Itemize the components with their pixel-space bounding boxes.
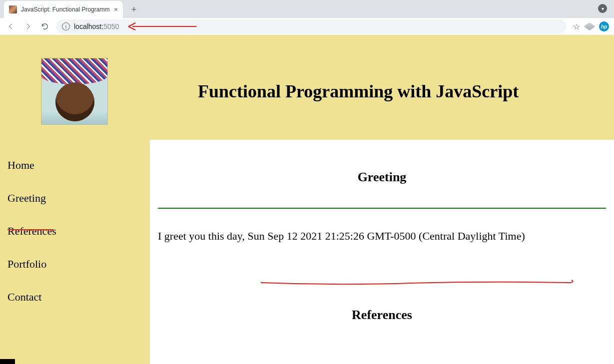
nav-link-contact[interactable]: Contact: [7, 291, 150, 304]
section-divider: [158, 208, 606, 209]
url-host: localhost:: [74, 22, 103, 30]
references-heading: References: [158, 308, 606, 323]
close-tab-icon[interactable]: ×: [114, 6, 118, 13]
page-header: Functional Programming with JavaScript: [0, 35, 614, 140]
nav-link-references[interactable]: References: [7, 225, 150, 238]
browser-tab[interactable]: JavaScript: Functional Programm ×: [4, 1, 123, 18]
main-content: Greeting I greet you this day, Sun Sep 1…: [150, 140, 614, 364]
nav-link-home[interactable]: Home: [7, 159, 150, 172]
nav-link-greeting[interactable]: Greeting: [7, 192, 150, 205]
greeting-heading: Greeting: [158, 170, 606, 185]
page-title: Functional Programming with JavaScript: [198, 81, 519, 102]
bookmark-star-icon[interactable]: ☆: [573, 22, 580, 31]
hp-icon[interactable]: hp: [599, 21, 609, 31]
forward-button[interactable]: [22, 20, 34, 32]
url-port: 5050: [103, 22, 119, 30]
new-tab-button[interactable]: +: [127, 2, 141, 16]
tab-favicon: [9, 5, 17, 13]
sidebar-nav: Home Greeting References Portfolio Conta…: [0, 140, 150, 364]
address-bar[interactable]: i localhost:5050: [56, 19, 566, 33]
back-button[interactable]: [5, 20, 17, 32]
tab-title: JavaScript: Functional Programm: [21, 6, 110, 13]
nav-link-portfolio[interactable]: Portfolio: [7, 258, 150, 271]
site-info-icon[interactable]: i: [62, 22, 70, 30]
extension-icon[interactable]: [585, 22, 594, 31]
browser-toolbar: i localhost:5050 ☆ hp: [0, 18, 614, 35]
tab-strip: JavaScript: Functional Programm × +: [0, 0, 614, 18]
taskbar-nub: [0, 359, 15, 364]
browser-chrome: JavaScript: Functional Programm × + ▾ i …: [0, 0, 614, 35]
avatar: [41, 58, 108, 125]
page-body: Functional Programming with JavaScript H…: [0, 35, 614, 364]
reload-button[interactable]: [39, 20, 51, 32]
greeting-text: I greet you this day, Sun Sep 12 2021 21…: [158, 230, 606, 243]
window-menu-icon[interactable]: ▾: [598, 4, 607, 13]
page-layout: Home Greeting References Portfolio Conta…: [0, 140, 614, 364]
